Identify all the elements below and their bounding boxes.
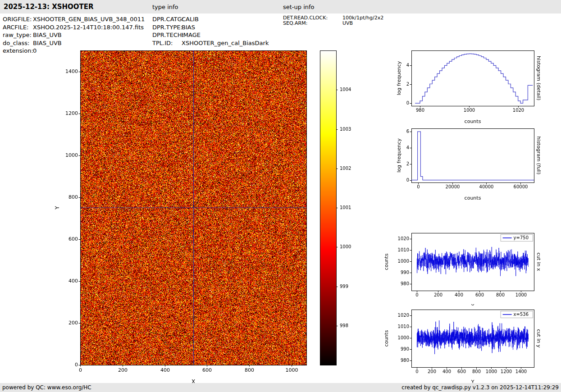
meta-row-dprtech: DPR.TECH:IMAGE [152,31,269,39]
meta-row-seqarm: SEQ.ARM:UVB [283,21,383,26]
page-title: 2025-12-13: XSHOOTER [4,3,94,11]
meta-value: UVB [342,20,353,26]
meta-value: BIAS_UVB [33,32,62,38]
type-info-heading: type info [152,4,178,10]
type-info-metadata: DPR.CATG:CALIB DPR.TYPE:BIAS DPR.TECH:IM… [152,15,269,47]
bias-image-plot [45,43,320,383]
meta-label: DPR.CATG: [152,15,182,23]
footer-right-text: created by qc_rawdisp.py v1.2.3 on 2025-… [401,383,559,392]
meta-label: ARCFILE: [3,23,33,32]
meta-value: 0 [33,47,36,54]
meta-label: ORIGFILE: [3,15,33,23]
meta-value: BIAS [182,24,195,31]
meta-label: SEQ.ARM: [283,21,342,26]
meta-label: DPR.TYPE: [152,23,182,32]
meta-value: CALIB [182,16,199,23]
meta-value: IMAGE [182,32,201,38]
meta-row-rawtype: raw_type:BIAS_UVB [3,31,145,39]
meta-label: raw_type: [3,31,33,39]
histogram-detail-plot [383,45,561,125]
meta-row-origfile: ORIGFILE:XSHOOTER_GEN_BIAS_UVB_348_0011 [3,15,145,23]
colorbar [315,43,360,372]
meta-label: extension: [3,47,33,55]
histogram-full-plot [383,125,561,205]
meta-label: DPR.TECH: [152,31,182,39]
meta-row-arcfile: ARCFILE:XSHOO.2025-12-14T10:18:00.147.fi… [3,23,145,32]
meta-row-dprtype: DPR.TYPE:BIAS [152,23,269,32]
cut-in-x-plot [383,230,561,305]
setup-info-metadata: DET.READ.CLOCK:100k/1pt/hg/2x2 SEQ.ARM:U… [283,15,383,26]
qc-report-page: 2025-12-13: XSHOOTER type info set-up in… [0,0,561,392]
meta-value: XSHOOTER_GEN_BIAS_UVB_348_0011 [33,16,145,23]
footer-left-text: powered by QC: www.eso.org/HC [2,383,91,392]
setup-info-heading: set-up info [283,4,315,10]
meta-row-dprcatg: DPR.CATG:CALIB [152,15,269,23]
footer-bar: powered by QC: www.eso.org/HC created by… [0,383,561,392]
meta-value: XSHOO.2025-12-14T10:18:00.147.fits [33,24,144,31]
header-bar: 2025-12-13: XSHOOTER type info set-up in… [0,0,561,14]
meta-label: do_class: [3,39,33,47]
cut-in-y-plot [383,305,561,383]
